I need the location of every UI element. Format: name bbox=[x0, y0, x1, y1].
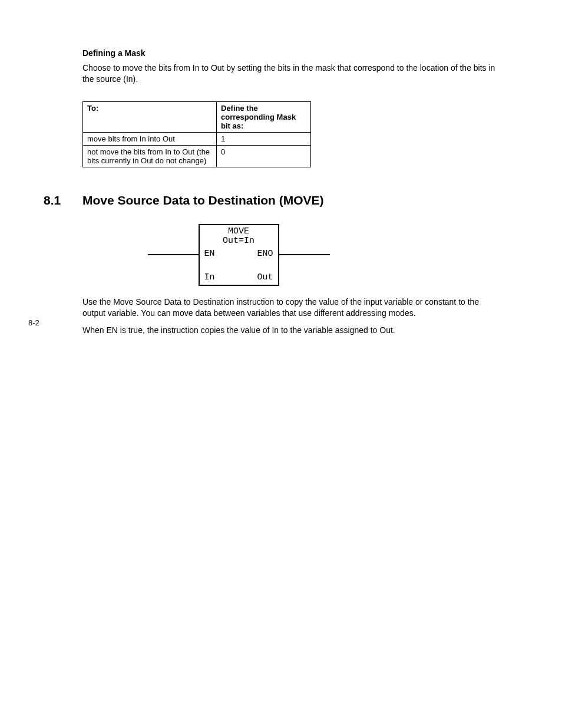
right-rail bbox=[279, 254, 330, 255]
section-title: Move Source Data to Destination (MOVE) bbox=[82, 193, 324, 207]
table-cell: not move the bits from In to Out (the bi… bbox=[83, 145, 217, 167]
table-row: move bits from In into Out 1 bbox=[83, 132, 311, 145]
mask-bit-table: To: Define the corresponding Mask bit as… bbox=[82, 101, 311, 167]
table-cell: move bits from In into Out bbox=[83, 132, 217, 145]
pin-in: In bbox=[204, 272, 215, 282]
pin-out: Out bbox=[257, 272, 273, 282]
block-name: MOVE bbox=[200, 227, 278, 237]
section-heading: 8.1 Move Source Data to Destination (MOV… bbox=[0, 193, 562, 207]
pin-en: EN bbox=[204, 249, 215, 259]
left-rail bbox=[148, 254, 199, 255]
body-paragraph-1: Use the Move Source Data to Destination … bbox=[82, 297, 497, 319]
table-cell: 1 bbox=[217, 132, 311, 145]
body-paragraph-2: When EN is true, the instruction copies … bbox=[82, 325, 497, 336]
table-cell: 0 bbox=[217, 145, 311, 167]
subheading: Defining a Mask bbox=[82, 48, 562, 58]
move-instruction-diagram: MOVE Out=In EN ENO In Out bbox=[82, 224, 395, 286]
section-number: 8.1 bbox=[0, 193, 82, 207]
pin-eno: ENO bbox=[257, 249, 273, 259]
page-number: 8-2 bbox=[28, 318, 39, 327]
instruction-block: MOVE Out=In EN ENO In Out bbox=[199, 224, 279, 286]
table-row: not move the bits from In to Out (the bi… bbox=[83, 145, 311, 167]
table-header-maskbit: Define the corresponding Mask bit as: bbox=[217, 101, 311, 132]
table-header-to: To: bbox=[83, 101, 217, 132]
block-subtitle: Out=In bbox=[200, 236, 278, 246]
intro-paragraph: Choose to move the bits from In to Out b… bbox=[82, 62, 497, 85]
